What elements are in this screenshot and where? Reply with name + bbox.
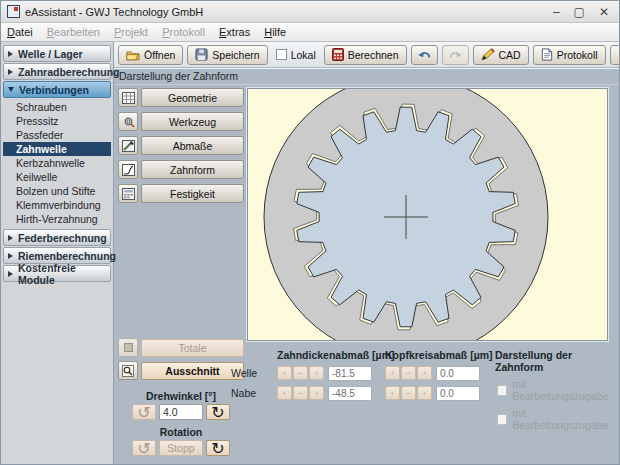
nabe-row-label: Nabe	[231, 387, 265, 399]
chevron-down-icon	[8, 87, 14, 92]
sidebar-section-zahnradberechnung[interactable]: Zahnradberechnung	[3, 63, 111, 80]
welle-thickness-prev-button: ‹	[277, 366, 292, 380]
strength-calc-icon	[122, 188, 135, 200]
drehwinkel-label: Drehwinkel [°]	[118, 390, 244, 402]
sidebar-item-kerbzahnwelle[interactable]: Kerbzahnwelle	[3, 156, 111, 170]
undo-icon	[417, 49, 432, 61]
welle-tip-input[interactable]	[436, 366, 480, 381]
nabe-thickness-input[interactable]	[328, 386, 372, 401]
close-button[interactable]: ✕	[599, 6, 609, 18]
welle-thickness-next-button: ›	[309, 366, 324, 380]
rotation-cw-button[interactable]: ↻	[206, 440, 230, 456]
lokal-checkbox-group[interactable]: Lokal	[272, 49, 320, 61]
welle-thickness-input[interactable]	[328, 366, 372, 381]
gear-section-drawing	[248, 89, 607, 340]
menu-hilfe[interactable]: Hilfe	[264, 26, 286, 38]
menu-protokoll: Protokoll	[162, 26, 205, 38]
tolerance-controls: Zahndickenabmaß [µm] Kopfkreisabmaß [µm]…	[231, 348, 615, 431]
geometrie-button[interactable]: Geometrie	[141, 88, 244, 107]
stopp-button: Stopp	[159, 440, 203, 456]
titlebar: eAssistant - GWJ Technology GmbH – ▢ ✕	[1, 1, 619, 23]
cad-button[interactable]: CAD	[473, 45, 529, 65]
maximize-button[interactable]: ▢	[574, 6, 585, 18]
nabe-thickness-next-button: ›	[309, 386, 324, 400]
minimize-button[interactable]: –	[553, 6, 560, 18]
app-icon	[7, 5, 20, 18]
view-controls: Geometrie Werkzeug Abmaße	[118, 88, 244, 464]
zahnform-icon-button[interactable]	[118, 160, 138, 179]
panel-title: Darstellung der Zahnform	[114, 68, 619, 85]
sidebar-item-keilwelle[interactable]: Keilwelle	[3, 170, 111, 184]
save-button[interactable]: Speichern	[187, 45, 267, 65]
gear-drawing-canvas[interactable]	[247, 88, 608, 341]
redo-button	[442, 45, 469, 65]
werkzeug-button[interactable]: Werkzeug	[141, 112, 244, 131]
chevron-right-icon	[8, 253, 13, 259]
module-sidebar: Welle / Lager Zahnradberechnung Verbindu…	[1, 42, 114, 464]
menu-extras[interactable]: Extras	[219, 26, 250, 38]
rotate-cw-button[interactable]: ↻	[206, 404, 230, 420]
abmasse-icon-button[interactable]	[118, 136, 138, 155]
festigkeit-button[interactable]: Festigkeit	[141, 184, 244, 203]
festigkeit-icon-button[interactable]	[118, 184, 138, 203]
app-window: eAssistant - GWJ Technology GmbH – ▢ ✕ D…	[0, 0, 620, 465]
sidebar-section-federberechnung[interactable]: Federberechnung	[3, 229, 111, 246]
calculate-button[interactable]: Berechnen	[324, 45, 407, 65]
gear-tool-icon	[122, 115, 135, 128]
welle-tip-next-button: ›	[417, 366, 432, 380]
display-options-group: Darstellung der Zahnform mit Bearbeitung…	[495, 348, 615, 431]
menu-bearbeiten: Bearbeiten	[47, 26, 100, 38]
drehwinkel-input[interactable]	[159, 404, 203, 420]
menubar: Datei Bearbeiten Projekt Protokoll Extra…	[1, 23, 619, 42]
ausschnitt-icon-button[interactable]	[118, 361, 138, 380]
chevron-right-icon	[8, 235, 13, 241]
rotate-ccw-button: ↺	[132, 404, 156, 420]
lokal-checkbox[interactable]	[276, 49, 287, 60]
chevron-right-icon	[8, 69, 13, 75]
sidebar-item-passfeder[interactable]: Passfeder	[3, 128, 111, 142]
floppy-disk-icon	[195, 48, 208, 61]
sidebar-item-zahnwelle[interactable]: Zahnwelle	[3, 142, 111, 156]
settings-button[interactable]: Einstellungen	[610, 45, 619, 65]
geometrie-icon-button[interactable]	[118, 88, 138, 107]
magnifier-icon	[122, 365, 134, 377]
welle-tip-mid-button: −	[401, 366, 416, 380]
bearbeitungszugabe-checkbox-2	[497, 414, 507, 425]
open-button[interactable]: Öffnen	[118, 45, 183, 65]
sidebar-item-bolzen-und-stifte[interactable]: Bolzen und Stifte	[3, 184, 111, 198]
window-title: eAssistant - GWJ Technology GmbH	[25, 6, 553, 18]
nabe-tip-prev-button: ‹	[385, 386, 400, 400]
nabe-tip-input[interactable]	[436, 386, 480, 401]
bearbeitungszugabe-checkbox-1-group: mit Bearbeitungszugabe	[497, 378, 615, 402]
protocol-button[interactable]: Protokoll	[533, 45, 606, 65]
totale-icon-button	[118, 338, 138, 357]
rotation-label: Rotation	[118, 426, 244, 438]
bearbeitungszugabe-checkbox-1	[497, 385, 507, 396]
ausschnitt-button[interactable]: Ausschnitt	[141, 362, 244, 380]
menu-projekt: Projekt	[114, 26, 148, 38]
main-toolbar: Öffnen Speichern Lokal Berechnen	[114, 42, 619, 68]
totale-button: Totale	[141, 339, 244, 357]
zahndicken-header: Zahndickenabmaß [µm]	[277, 349, 373, 361]
menu-datei[interactable]: Datei	[7, 26, 33, 38]
tooth-profile-curve-icon	[122, 164, 135, 176]
sidebar-section-welle-lager[interactable]: Welle / Lager	[3, 45, 111, 62]
sidebar-item-schrauben[interactable]: Schrauben	[3, 100, 111, 114]
zahnform-button[interactable]: Zahnform	[141, 160, 244, 179]
werkzeug-icon-button[interactable]	[118, 112, 138, 131]
nabe-tip-next-button: ›	[417, 386, 432, 400]
sidebar-item-presssitz[interactable]: Presssitz	[3, 114, 111, 128]
verbindungen-items: Schrauben Presssitz Passfeder Zahnwelle …	[3, 100, 111, 226]
sidebar-section-kostenfreie-module[interactable]: Kostenfreie Module	[3, 265, 111, 282]
undo-button[interactable]	[411, 45, 438, 65]
document-icon	[541, 48, 553, 61]
display-options-title: Darstellung der Zahnform	[495, 349, 615, 373]
tolerance-sheet-icon	[122, 140, 135, 152]
sidebar-section-verbindungen[interactable]: Verbindungen	[3, 81, 111, 98]
kopfkreis-header: Kopfkreisabmaß [µm]	[385, 349, 481, 361]
sidebar-item-hirth-verzahnung[interactable]: Hirth-Verzahnung	[3, 212, 111, 226]
full-view-icon	[123, 342, 134, 353]
sidebar-item-klemmverbindung[interactable]: Klemmverbindung	[3, 198, 111, 212]
nabe-thickness-prev-button: ‹	[277, 386, 292, 400]
abmasse-button[interactable]: Abmaße	[141, 136, 244, 155]
